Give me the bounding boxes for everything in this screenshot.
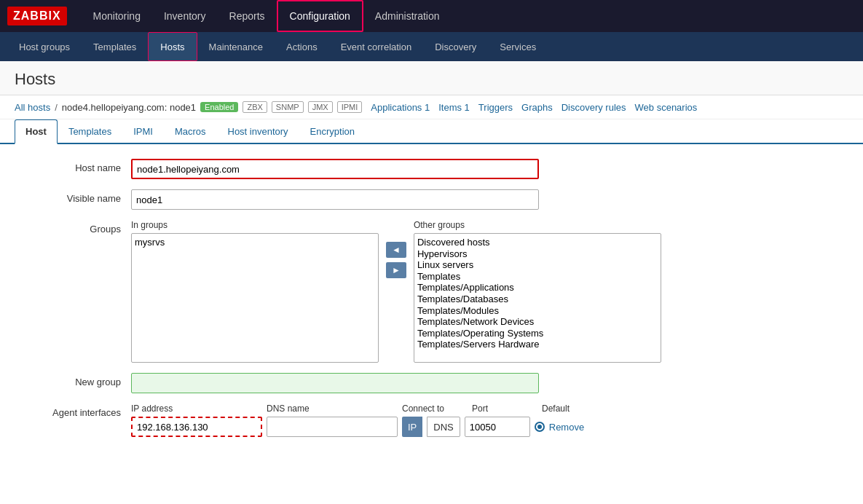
breadcrumb-discovery-rules[interactable]: Discovery rules (561, 102, 626, 113)
remove-link[interactable]: Remove (549, 422, 584, 433)
other-group-templates[interactable]: Templates (417, 271, 658, 283)
visible-name-row: Visible name (15, 189, 848, 210)
groups-label: Groups (15, 220, 131, 235)
breadcrumb-web-scenarios[interactable]: Web scenarios (635, 102, 698, 113)
ip-button[interactable]: IP (402, 417, 422, 437)
other-group-templates-servers[interactable]: Templates/Servers Hardware (417, 339, 658, 350)
visible-name-input[interactable] (131, 189, 539, 210)
in-groups-wrap: In groups mysrvs (131, 220, 379, 363)
tab-host[interactable]: Host (15, 119, 58, 144)
port-input[interactable] (465, 417, 530, 437)
ip-address-input[interactable] (131, 417, 262, 437)
other-group-templates-modules[interactable]: Templates/Modules (417, 305, 658, 317)
connect-to-col-label: Connect to (402, 403, 468, 414)
in-groups-label: In groups (131, 220, 379, 230)
breadcrumb: All hosts / node4.hellopeiyang.com: node… (0, 95, 863, 119)
groups-container: In groups mysrvs ◄ ► Other groups Discov… (131, 220, 848, 363)
other-groups-listbox[interactable]: Discovered hosts Hypervisors Linux serve… (414, 233, 661, 363)
other-group-linux-servers[interactable]: Linux servers (417, 259, 658, 271)
breadcrumb-current-host: node4.hellopeiyang.com: node1 (62, 102, 196, 113)
tab-templates[interactable]: Templates (58, 119, 122, 144)
nav-monitoring[interactable]: Monitoring (82, 0, 152, 32)
subnav-discovery[interactable]: Discovery (423, 32, 488, 61)
top-navigation: ZABBIX Monitoring Inventory Reports Conf… (0, 0, 863, 32)
tab-encryption[interactable]: Encryption (299, 119, 366, 144)
subnav-maintenance[interactable]: Maintenance (197, 32, 275, 61)
subnav-services[interactable]: Services (488, 32, 548, 61)
dns-name-col-label: DNS name (267, 403, 398, 414)
arrow-left-button[interactable]: ◄ (386, 242, 406, 258)
host-name-label: Host name (15, 159, 131, 173)
nav-reports[interactable]: Reports (218, 0, 277, 32)
new-group-row: New group (15, 373, 848, 393)
page-content: Hosts All hosts / node4.hellopeiyang.com… (0, 61, 863, 504)
nav-inventory[interactable]: Inventory (152, 0, 218, 32)
interface-headers: IP address DNS name Connect to Port Defa… (131, 403, 848, 414)
nav-administration[interactable]: Administration (363, 0, 452, 32)
ip-address-col-label: IP address (131, 403, 262, 414)
page-header: Hosts (0, 61, 863, 95)
port-col-label: Port (472, 403, 537, 414)
other-group-templates-os[interactable]: Templates/Operating Systems (417, 328, 658, 339)
top-nav-items: Monitoring Inventory Reports Configurati… (82, 0, 452, 32)
breadcrumb-graphs[interactable]: Graphs (521, 102, 553, 113)
tab-ipmi[interactable]: IPMI (122, 119, 164, 144)
new-group-label: New group (15, 373, 131, 387)
breadcrumb-triggers[interactable]: Triggers (478, 102, 513, 113)
dns-name-input[interactable] (267, 417, 398, 437)
agent-interfaces-row: Agent interfaces IP address DNS name Con… (15, 403, 848, 437)
host-name-row: Host name (15, 159, 848, 179)
sub-navigation: Host groups Templates Hosts Maintenance … (0, 32, 863, 61)
in-group-mysrvs[interactable]: mysrvs (135, 237, 375, 248)
other-group-templates-applications[interactable]: Templates/Applications (417, 282, 658, 294)
breadcrumb-all-hosts[interactable]: All hosts (15, 102, 50, 113)
agent-interfaces-label: Agent interfaces (15, 403, 131, 418)
other-groups-label: Other groups (414, 220, 661, 230)
badge-zbx: ZBX (243, 101, 267, 113)
dns-button[interactable]: DNS (427, 417, 460, 437)
zabbix-logo: ZABBIX (7, 7, 67, 25)
tab-host-inventory[interactable]: Host inventory (217, 119, 299, 144)
badge-ipmi: IPMI (337, 101, 363, 113)
interfaces-container: IP address DNS name Connect to Port Defa… (131, 403, 848, 437)
new-group-input[interactable] (131, 373, 539, 393)
subnav-host-groups[interactable]: Host groups (7, 32, 82, 61)
arrows-col: ◄ ► (386, 220, 406, 278)
default-col-label: Default (542, 403, 570, 414)
subnav-hosts[interactable]: Hosts (148, 32, 197, 61)
breadcrumb-sep1: / (55, 102, 58, 113)
page-title: Hosts (15, 70, 848, 89)
status-badge-enabled: Enabled (200, 102, 238, 112)
groups-row: Groups In groups mysrvs ◄ ► Other groups… (15, 220, 848, 363)
default-radio[interactable] (535, 422, 545, 432)
interface-line: IP DNS Remove (131, 417, 848, 437)
in-groups-listbox[interactable]: mysrvs (131, 233, 379, 363)
other-group-discovered[interactable]: Discovered hosts (417, 237, 658, 248)
other-group-templates-network[interactable]: Templates/Network Devices (417, 316, 658, 328)
other-groups-wrap: Other groups Discovered hosts Hypervisor… (414, 220, 661, 363)
badge-snmp: SNMP (272, 101, 304, 113)
form-body: Host name Visible name Groups In groups … (0, 144, 863, 462)
subnav-event-correlation[interactable]: Event correlation (329, 32, 424, 61)
visible-name-label: Visible name (15, 189, 131, 204)
tab-macros[interactable]: Macros (164, 119, 217, 144)
subnav-actions[interactable]: Actions (275, 32, 329, 61)
host-name-input[interactable] (131, 159, 539, 179)
other-group-hypervisors[interactable]: Hypervisors (417, 248, 658, 260)
subnav-templates[interactable]: Templates (82, 32, 148, 61)
badge-jmx: JMX (308, 101, 333, 113)
nav-configuration[interactable]: Configuration (277, 0, 363, 32)
breadcrumb-items[interactable]: Items 1 (438, 102, 470, 113)
arrow-right-button[interactable]: ► (386, 262, 406, 278)
breadcrumb-applications[interactable]: Applications 1 (371, 102, 430, 113)
other-group-templates-databases[interactable]: Templates/Databases (417, 294, 658, 305)
form-tabs: Host Templates IPMI Macros Host inventor… (0, 119, 863, 144)
